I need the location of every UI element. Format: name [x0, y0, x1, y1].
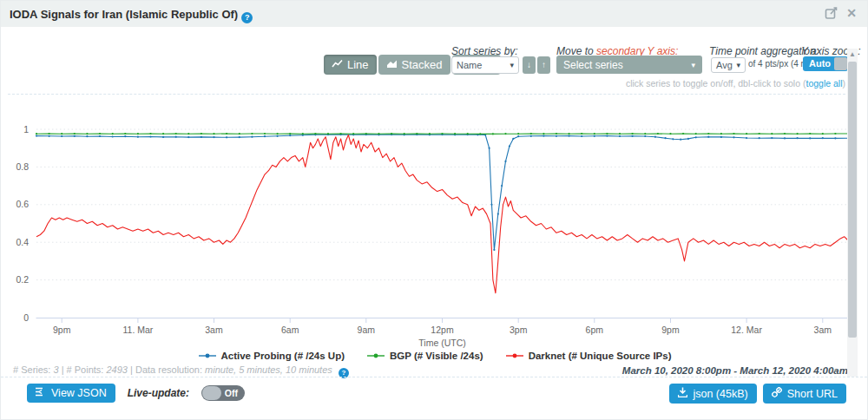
link-icon: [772, 387, 782, 400]
select-series-value: Select series: [563, 59, 623, 71]
svg-text:Time (UTC): Time (UTC): [418, 338, 465, 348]
legend-label: Darknet (# Unique Source IPs): [529, 351, 672, 361]
y-axis-zoom-toggle-label: Auto: [809, 58, 831, 69]
series-toggle-hint: click series to toggle on/off, dbl-click…: [626, 78, 845, 89]
series-count-value: 3: [53, 364, 58, 375]
live-update-state: Off: [225, 388, 238, 398]
date-range: March 10, 2020 8:00pm - March 12, 2020 4…: [622, 365, 848, 376]
download-json-button[interactable]: json (45kB): [669, 384, 756, 404]
stats-separator: |: [62, 364, 64, 375]
resolution-label: Data resolution:: [135, 364, 202, 375]
legend-marker-darknet: [506, 352, 523, 359]
svg-text:11. Mar: 11. Mar: [122, 325, 153, 335]
svg-text:1: 1: [23, 124, 29, 135]
short-url-button[interactable]: Short URL: [763, 384, 846, 404]
top-divider: [8, 94, 850, 95]
download-json-label: json (45kB): [693, 388, 747, 400]
line-chart-button-label: Line: [347, 58, 369, 71]
scrollbar-up-arrow[interactable]: ▲: [847, 49, 858, 60]
svg-text:9am: 9am: [358, 325, 376, 335]
json-list-icon: [36, 387, 46, 399]
svg-text:9pm: 9pm: [661, 325, 680, 335]
signals-line-chart[interactable]: 00.20.40.60.819pm11. Mar3am6am9am12pm3pm…: [1, 105, 868, 351]
sort-ascending-button[interactable]: ↑: [537, 56, 550, 74]
hint-text: click series to toggle on/off, dbl-click…: [626, 78, 806, 89]
svg-text:3am: 3am: [814, 325, 832, 335]
bottom-divider: [1, 377, 867, 377]
legend-label: Active Probing (# /24s Up): [221, 351, 345, 361]
sort-select-value: Name: [457, 60, 482, 70]
aggregation-select[interactable]: Avg ▾: [711, 57, 746, 73]
page-title-text: IODA Signals for Iran (Islamic Republic …: [10, 8, 238, 21]
svg-text:6pm: 6pm: [586, 325, 604, 335]
toggle-knob: [834, 57, 847, 70]
line-chart-icon: [332, 58, 343, 71]
svg-text:9pm: 9pm: [53, 325, 71, 335]
view-json-button[interactable]: View JSON: [27, 384, 115, 403]
legend-marker-bgp: [367, 352, 385, 359]
toggle-all-link[interactable]: toggle all: [806, 78, 842, 89]
view-json-label: View JSON: [51, 387, 107, 399]
ioda-signals-widget: IODA Signals for Iran (Islamic Republic …: [0, 0, 868, 420]
svg-text:0.6: 0.6: [16, 199, 29, 209]
svg-text:0.8: 0.8: [16, 161, 29, 172]
edit-window-icon[interactable]: [825, 7, 838, 20]
scrollbar-thumb[interactable]: [848, 62, 857, 338]
chart-legend: Active Probing (# /24s Up) BGP (# Visibl…: [1, 351, 868, 361]
toggle-knob: [202, 386, 221, 400]
download-icon: [678, 387, 687, 400]
stats-separator: |: [130, 364, 133, 375]
points-count-label: # Points:: [67, 364, 104, 375]
svg-text:0.2: 0.2: [16, 274, 29, 285]
live-update-label: Live-update:: [128, 387, 189, 399]
points-count-value: 2493: [106, 364, 127, 375]
sort-descending-button[interactable]: ↓: [523, 56, 536, 74]
svg-text:12. Mar: 12. Mar: [731, 325, 762, 335]
sort-select[interactable]: Name ▾: [451, 56, 519, 74]
aggregation-select-value: Avg: [716, 60, 733, 70]
y-axis-zoom-toggle[interactable]: Auto: [803, 56, 848, 71]
short-url-label: Short URL: [787, 388, 838, 400]
legend-marker-active-probing: [199, 352, 216, 359]
sort-series-label: Sort series by:: [451, 45, 518, 57]
legend-item-bgp[interactable]: BGP (# Visible /24s): [367, 351, 483, 361]
resolution-value: minute, 5 minutes, 10 minutes: [205, 364, 332, 375]
widget-header: IODA Signals for Iran (Islamic Republic …: [1, 1, 867, 27]
legend-item-active-probing[interactable]: Active Probing (# /24s Up): [199, 351, 345, 361]
svg-text:3pm: 3pm: [510, 325, 528, 335]
legend-label: BGP (# Visible /24s): [390, 351, 483, 361]
select-series-dropdown[interactable]: Select series ▾: [556, 56, 702, 74]
series-count-label: # Series:: [13, 364, 50, 375]
title-help-icon[interactable]: ?: [241, 12, 253, 23]
stacked-chart-button-label: Stacked: [402, 58, 443, 71]
stacked-chart-icon: [386, 58, 398, 71]
live-update-toggle[interactable]: Off: [201, 385, 245, 401]
line-chart-button[interactable]: Line: [324, 55, 377, 75]
chevron-down-icon: ▾: [691, 61, 695, 69]
stacked-chart-button[interactable]: Stacked: [378, 55, 450, 75]
svg-text:0.4: 0.4: [16, 237, 29, 247]
close-icon[interactable]: ✕: [846, 7, 857, 20]
svg-text:12pm: 12pm: [431, 325, 454, 335]
chevron-down-icon: ▾: [736, 61, 740, 69]
svg-text:0: 0: [23, 312, 29, 323]
chevron-down-icon: ▾: [510, 61, 514, 69]
page-title: IODA Signals for Iran (Islamic Republic …: [10, 8, 253, 23]
svg-text:3am: 3am: [205, 325, 223, 335]
legend-item-darknet[interactable]: Darknet (# Unique Source IPs): [506, 351, 672, 361]
svg-text:6am: 6am: [281, 325, 299, 335]
vertical-scrollbar[interactable]: ▲: [847, 49, 858, 377]
hint-close-paren: ): [843, 78, 846, 89]
